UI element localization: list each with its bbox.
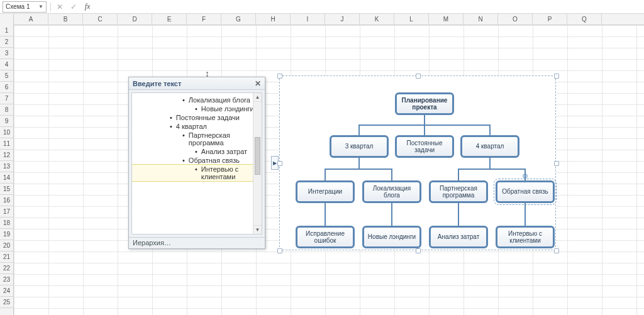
row-header[interactable]: 23 <box>0 274 13 285</box>
close-icon[interactable]: ✕ <box>255 79 261 88</box>
column-header[interactable]: H <box>256 14 291 25</box>
column-header[interactable]: E <box>152 14 187 25</box>
diagram-node[interactable]: Локализация блога <box>362 180 421 203</box>
selection-handle[interactable] <box>277 248 282 253</box>
column-header[interactable]: D <box>118 14 152 25</box>
diagram-node[interactable]: Интеграции <box>296 180 355 203</box>
column-header-row: ABCDEFGHIJKLMNOPQ <box>0 14 644 25</box>
smartart-text-pane[interactable]: Введите текст ✕ Локализация блогаНовые л… <box>128 77 265 249</box>
row-header[interactable]: 25 <box>0 297 13 308</box>
text-pane-item[interactable]: Постоянные задачи <box>132 113 262 122</box>
accept-icon[interactable]: ✓ <box>69 2 79 12</box>
scroll-thumb[interactable] <box>255 137 260 175</box>
diagram-node[interactable]: Обратная связь <box>496 180 555 203</box>
diagram-node[interactable]: Партнерская программа <box>429 180 488 203</box>
row-header[interactable]: 20 <box>0 240 13 251</box>
row-header[interactable]: 7 <box>0 93 13 104</box>
text-pane-item[interactable]: Обратная связь <box>132 156 262 165</box>
cancel-icon[interactable]: ✕ <box>55 2 65 12</box>
row-header[interactable]: 14 <box>0 172 13 184</box>
selection-handle[interactable] <box>416 248 421 253</box>
column-header[interactable]: J <box>325 14 360 25</box>
scrollbar[interactable]: ▲ ▼ <box>253 93 262 234</box>
row-header[interactable]: 2 <box>0 36 13 48</box>
text-pane-item-label: Партнерская программа <box>189 131 262 146</box>
connector <box>358 158 360 169</box>
row-header[interactable]: 3 <box>0 48 13 59</box>
name-box[interactable]: Схема 1 ▼ <box>3 1 47 13</box>
formula-input[interactable] <box>96 1 644 13</box>
connector <box>458 169 459 180</box>
column-header[interactable]: F <box>187 14 221 25</box>
column-header[interactable]: N <box>464 14 498 25</box>
text-pane-item-label: Локализация блога <box>189 96 250 104</box>
column-header[interactable]: I <box>291 14 325 25</box>
diagram-node[interactable]: 3 квартал <box>330 135 389 158</box>
diagram-node[interactable]: Постоянные задачи <box>395 135 454 158</box>
row-header[interactable]: 1 <box>0 25 13 36</box>
row-header[interactable]: 15 <box>0 184 13 195</box>
row-header[interactable]: 12 <box>0 150 13 161</box>
text-pane-item[interactable]: Локализация блога <box>132 96 262 104</box>
text-pane-item[interactable]: Интервью с клиентами <box>131 164 262 182</box>
column-header[interactable]: L <box>394 14 429 25</box>
text-pane-body[interactable]: Локализация блогаНовые лэндингиПостоянны… <box>131 92 262 235</box>
text-pane-header[interactable]: Введите текст ✕ <box>129 77 265 90</box>
diagram-node[interactable]: Исправление ошибок <box>296 226 355 248</box>
select-all-corner[interactable] <box>0 14 14 25</box>
diagram-node[interactable]: Интервью с клиентами <box>496 226 555 248</box>
diagram-node[interactable]: 4 квартал <box>460 135 519 158</box>
text-pane-item[interactable]: Анализ затрат <box>132 147 262 156</box>
column-header[interactable]: K <box>360 14 394 25</box>
selection-handle[interactable] <box>277 161 282 166</box>
row-header[interactable]: 11 <box>0 138 13 150</box>
row-header[interactable]: 13 <box>0 161 13 172</box>
scroll-down-icon[interactable]: ▼ <box>253 225 262 234</box>
row-header[interactable]: 6 <box>0 82 13 93</box>
diagram-node-label: Новые лэндинги <box>368 233 416 241</box>
row-header[interactable]: 17 <box>0 206 13 218</box>
column-header[interactable]: P <box>533 14 567 25</box>
smartart-canvas[interactable]: ▶ Планирование проекта3 кварталПостоянны… <box>279 75 556 250</box>
row-header[interactable]: 22 <box>0 263 13 274</box>
selection-handle[interactable] <box>554 74 559 79</box>
row-header[interactable]: 8 <box>0 104 13 116</box>
connector <box>424 125 425 135</box>
chevron-down-icon[interactable]: ▼ <box>38 4 43 9</box>
text-pane-item[interactable]: Новые лэндинги <box>132 104 262 113</box>
selection-handle[interactable] <box>554 161 559 166</box>
diagram-node[interactable]: Новые лэндинги <box>362 226 421 248</box>
column-header[interactable]: M <box>429 14 464 25</box>
hierarchy-diagram[interactable]: Планирование проекта3 кварталПостоянные … <box>286 84 549 242</box>
diagram-node-label: Локализация блога <box>367 185 417 199</box>
text-pane-item[interactable]: Партнерская программа <box>132 131 262 147</box>
column-header[interactable]: B <box>48 14 83 25</box>
connector <box>458 203 459 214</box>
column-header[interactable]: G <box>221 14 256 25</box>
row-header[interactable]: 4 <box>0 59 13 70</box>
diagram-node-label: Интеграции <box>308 188 342 196</box>
scroll-up-icon[interactable]: ▲ <box>253 93 262 102</box>
row-header[interactable]: 24 <box>0 285 13 297</box>
column-header[interactable]: A <box>14 14 48 25</box>
text-pane-item-label: 4 квартал <box>176 123 207 130</box>
row-header[interactable]: 10 <box>0 127 13 138</box>
row-header[interactable]: 21 <box>0 251 13 263</box>
row-header[interactable]: 16 <box>0 195 13 206</box>
column-header[interactable]: C <box>83 14 118 25</box>
row-header[interactable]: 5 <box>0 70 13 82</box>
diagram-node[interactable]: Анализ затрат <box>429 226 488 248</box>
text-pane-item-label: Новые лэндинги <box>201 105 254 113</box>
row-header[interactable]: 18 <box>0 218 13 229</box>
row-header[interactable]: 19 <box>0 229 13 240</box>
diagram-node[interactable]: Планирование проекта <box>395 92 454 115</box>
text-pane-item[interactable]: 4 квартал <box>132 122 262 131</box>
row-header[interactable]: 9 <box>0 116 13 127</box>
connector <box>391 214 392 226</box>
fx-icon[interactable]: fx <box>82 2 92 12</box>
selection-handle[interactable] <box>277 74 282 79</box>
column-header[interactable]: Q <box>567 14 602 25</box>
selection-handle[interactable] <box>554 248 559 253</box>
selection-handle[interactable] <box>416 74 421 79</box>
column-header[interactable]: O <box>498 14 533 25</box>
